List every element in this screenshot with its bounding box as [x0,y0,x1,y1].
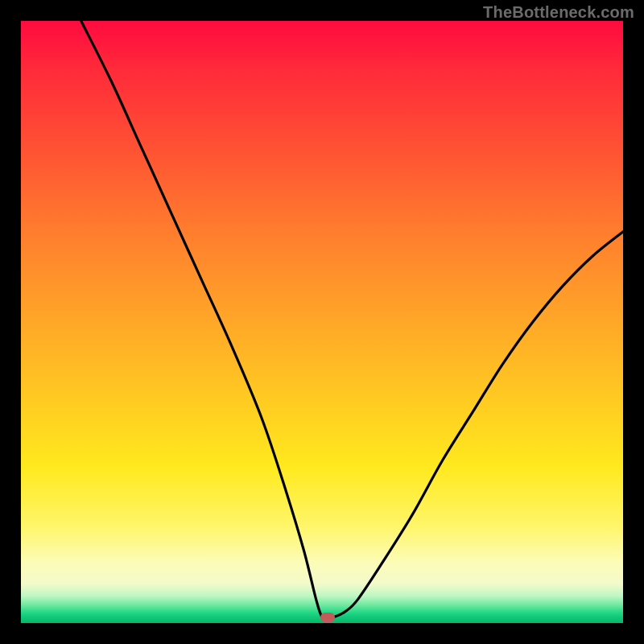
watermark-text: TheBottleneck.com [483,3,634,22]
bottleneck-curve [81,21,623,618]
curve-layer [21,21,623,623]
chart-frame: TheBottleneck.com [0,0,644,644]
plot-area [21,21,623,623]
optimal-marker [320,613,335,622]
